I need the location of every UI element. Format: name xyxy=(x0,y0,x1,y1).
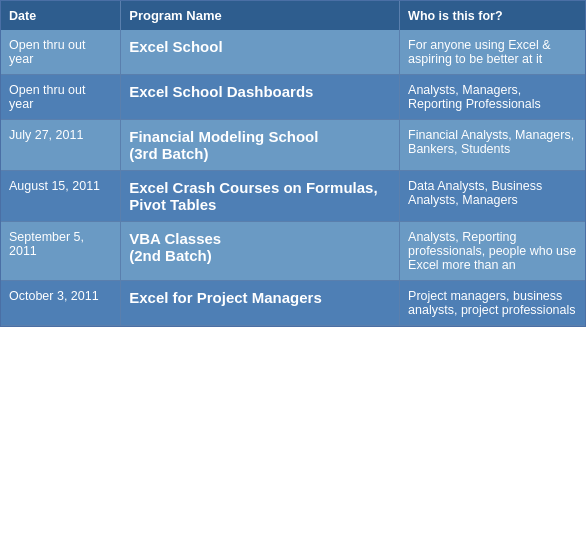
cell-program: Excel for Project Managers xyxy=(121,281,400,326)
cell-program: Financial Modeling School(3rd Batch) xyxy=(121,120,400,171)
program-title: Excel Crash Courses on Formulas, Pivot T… xyxy=(129,179,377,213)
table-row: Open thru out yearExcel SchoolFor anyone… xyxy=(1,30,585,75)
program-title: Excel for Project Managers xyxy=(129,289,322,306)
cell-who: For anyone using Excel & aspiring to be … xyxy=(400,30,585,75)
cell-program: VBA Classes(2nd Batch) xyxy=(121,222,400,281)
cell-who: Analysts, Managers, Reporting Profession… xyxy=(400,75,585,120)
table-header-row: Date Program Name Who is this for? xyxy=(1,1,585,30)
cell-program: Excel School xyxy=(121,30,400,75)
program-subtitle: (2nd Batch) xyxy=(129,247,212,264)
cell-date: September 5, 2011 xyxy=(1,222,121,281)
header-who: Who is this for? xyxy=(400,1,585,30)
cell-date: Open thru out year xyxy=(1,75,121,120)
cell-date: July 27, 2011 xyxy=(1,120,121,171)
table-row: Open thru out yearExcel School Dashboard… xyxy=(1,75,585,120)
table-row: October 3, 2011Excel for Project Manager… xyxy=(1,281,585,326)
header-date: Date xyxy=(1,1,121,30)
cell-date: Open thru out year xyxy=(1,30,121,75)
program-subtitle: (3rd Batch) xyxy=(129,145,208,162)
cell-program: Excel Crash Courses on Formulas, Pivot T… xyxy=(121,171,400,222)
program-title: Excel School Dashboards xyxy=(129,83,313,100)
program-title: VBA Classes xyxy=(129,230,221,247)
cell-who: Data Analysts, Business Analysts, Manage… xyxy=(400,171,585,222)
cell-who: Financial Analysts, Managers, Bankers, S… xyxy=(400,120,585,171)
program-title: Excel School xyxy=(129,38,222,55)
cell-who: Analysts, Reporting professionals, peopl… xyxy=(400,222,585,281)
cell-who: Project managers, business analysts, pro… xyxy=(400,281,585,326)
program-title: Financial Modeling School xyxy=(129,128,318,145)
cell-program: Excel School Dashboards xyxy=(121,75,400,120)
table-row: July 27, 2011Financial Modeling School(3… xyxy=(1,120,585,171)
table-row: August 15, 2011Excel Crash Courses on Fo… xyxy=(1,171,585,222)
table-row: September 5, 2011VBA Classes(2nd Batch)A… xyxy=(1,222,585,281)
cell-date: August 15, 2011 xyxy=(1,171,121,222)
cell-date: October 3, 2011 xyxy=(1,281,121,326)
schedule-table: Date Program Name Who is this for? Open … xyxy=(0,0,586,327)
header-program: Program Name xyxy=(121,1,400,30)
